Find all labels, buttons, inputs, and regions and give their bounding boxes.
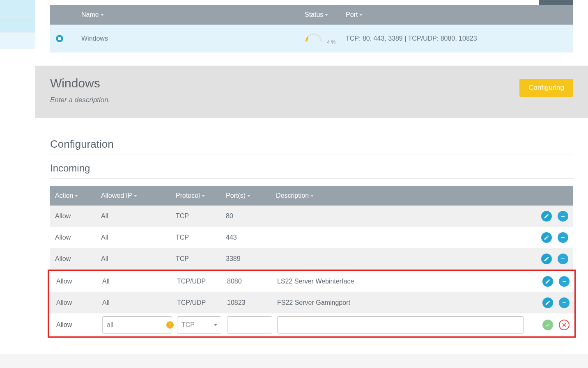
svg-rect-4 [563, 302, 566, 303]
protocol-select[interactable] [177, 316, 221, 334]
divider [50, 178, 573, 178]
edit-button[interactable] [541, 232, 552, 243]
remove-button[interactable] [558, 211, 568, 222]
gauge-icon [305, 33, 323, 42]
header-name[interactable]: Name [81, 11, 305, 18]
remove-button[interactable] [559, 276, 570, 287]
port-input[interactable] [227, 316, 272, 334]
remove-button[interactable] [558, 254, 568, 264]
server-name: Windows [81, 35, 305, 42]
new-rule-action: Allow [56, 321, 102, 329]
remove-button[interactable] [558, 232, 568, 243]
sidebar-item-2[interactable] [0, 16, 35, 33]
divider [50, 155, 573, 155]
rules-header-ip[interactable]: Allowed IP [101, 192, 176, 199]
caret-down-icon [75, 195, 78, 197]
rules-table-header: Action Allowed IP Protocol Port(s) Descr… [50, 186, 573, 206]
section-incoming: Incoming [50, 162, 573, 174]
new-rule-row: Allow ! [49, 313, 574, 336]
caret-down-icon [359, 14, 363, 16]
rules-header-ports[interactable]: Port(s) [226, 192, 276, 199]
servers-table-header: Name Status Port [50, 5, 573, 25]
detail-description[interactable]: Enter a description. [50, 96, 110, 104]
remove-button[interactable] [559, 297, 570, 308]
configuring-button[interactable]: Configuring [519, 79, 573, 97]
allowed-ip-input[interactable] [102, 316, 172, 334]
description-input[interactable] [277, 316, 524, 334]
rule-row: Allow All TCP/UDP 8080 LS22 Server Webin… [49, 271, 574, 292]
servers-panel: Name Status Port Windows 4 % TCP [50, 5, 573, 53]
sidebar-item-active[interactable] [0, 0, 35, 16]
caret-down-icon [101, 14, 104, 16]
server-row[interactable]: Windows 4 % TCP: 80, 443, 3389 | TCP/UDP… [50, 25, 573, 53]
svg-rect-0 [561, 216, 565, 217]
header-port[interactable]: Port [346, 11, 567, 18]
caret-down-icon [202, 195, 205, 197]
server-status: 4 % [305, 33, 346, 44]
highlighted-rules: Allow All TCP/UDP 8080 LS22 Server Webin… [48, 270, 576, 338]
edit-button[interactable] [541, 254, 552, 264]
rule-row: Allow All TCP/UDP 10823 FS22 Server Gami… [49, 292, 574, 313]
svg-rect-2 [561, 258, 565, 259]
rule-row: Allow All TCP 3389 [50, 248, 573, 270]
edit-button[interactable] [542, 297, 553, 308]
section-configuration: Configuration [50, 138, 573, 151]
panel-top-accent [50, 0, 573, 5]
rule-row: Allow All TCP 80 [50, 206, 573, 227]
rules-header-action[interactable]: Action [55, 192, 101, 199]
svg-rect-1 [561, 237, 565, 238]
confirm-button[interactable] [542, 320, 553, 330]
caret-down-icon [134, 195, 137, 197]
server-ports: TCP: 80, 443, 3389 | TCP/UDP: 8080, 1082… [346, 35, 567, 42]
header-status[interactable]: Status [305, 11, 346, 18]
detail-title: Windows [50, 76, 110, 90]
caret-down-icon [310, 195, 314, 197]
warning-icon: ! [166, 321, 174, 329]
rules-header-description[interactable]: Description [276, 192, 527, 199]
sidebar [0, 0, 35, 354]
svg-rect-3 [563, 281, 566, 282]
detail-banner: Windows Enter a description. Configuring [35, 66, 588, 118]
caret-down-icon [325, 14, 328, 16]
edit-button[interactable] [541, 211, 552, 222]
rules-header-protocol[interactable]: Protocol [176, 192, 226, 199]
edit-button[interactable] [542, 276, 553, 287]
sidebar-item-3[interactable] [0, 33, 35, 49]
cancel-button[interactable] [559, 320, 570, 330]
caret-down-icon [247, 195, 250, 197]
radio-selected-icon[interactable] [56, 35, 63, 42]
rule-row: Allow All TCP 443 [50, 227, 573, 248]
